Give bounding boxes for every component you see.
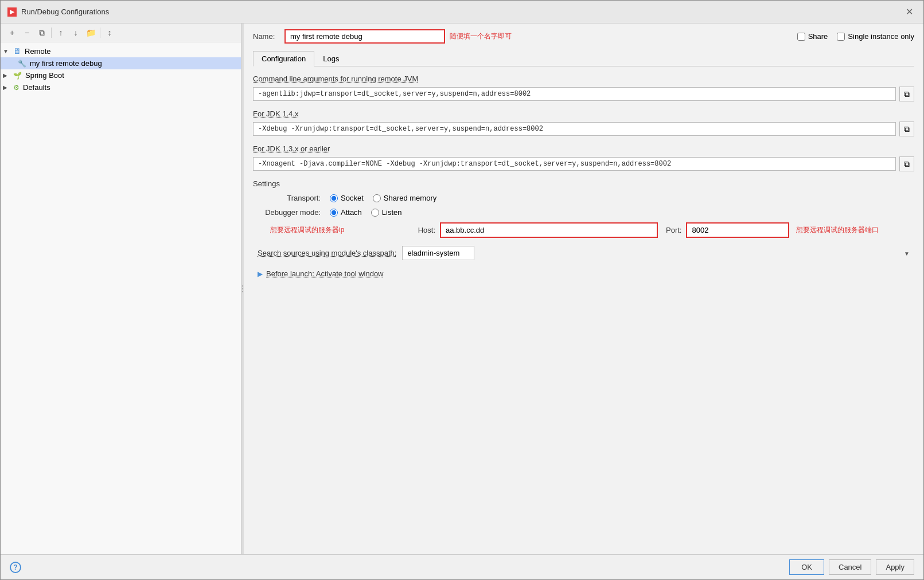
ok-button[interactable]: OK [789,559,824,575]
before-launch-arrow-icon[interactable]: ▶ [258,270,263,278]
port-annotation: 想要远程调试的服务器端口 [796,225,879,235]
single-instance-checkbox[interactable] [837,33,845,41]
copy-config-button[interactable]: ⧉ [35,26,49,40]
separator-1 [51,28,52,38]
share-area: Share Single instance only [797,32,914,41]
cancel-button[interactable]: Cancel [829,559,871,575]
run-debug-dialog: ▶ Run/Debug Configurations ✕ + − ⧉ ↑ ↓ 📁… [0,0,924,580]
remote-debug-label: my first remote debug [30,59,102,68]
add-button[interactable]: + [5,26,19,40]
host-input[interactable] [440,222,658,238]
before-launch-row: ▶ Before launch: Activate tool window [253,269,914,278]
jdk14-copy-button[interactable]: ⧉ [899,122,914,136]
host-port-row: 想要远程调试的服务器ip Host: Port: 想要远程调试的服务器端口 [368,222,914,238]
debugger-listen-radio[interactable] [371,209,379,217]
jdk13-row: ⧉ [253,156,914,171]
transport-shared-radio[interactable] [373,194,381,202]
remote-label: Remote [25,47,51,56]
name-input-wrapper: 随便填一个名字即可 [284,29,512,44]
port-input[interactable] [686,222,789,238]
jdk13-label: For JDK 1.3.x or earlier [253,144,914,153]
separator-2 [100,28,100,38]
jdk14-input[interactable] [253,122,896,136]
debugger-mode-label: Debugger mode: [258,208,321,217]
debugger-listen-label: Listen [382,208,402,217]
help-button[interactable]: ? [10,562,21,573]
single-instance-checkbox-item: Single instance only [837,32,914,41]
defaults-label: Defaults [23,83,50,92]
expand-arrow-defaults: ▶ [3,84,10,91]
classpath-select[interactable]: eladmin-system [402,246,474,260]
sort-button[interactable]: ↕ [103,26,116,40]
before-launch-text: Before launch: Activate tool window [266,269,384,278]
expand-arrow-spring: ▶ [3,72,10,79]
share-checkbox[interactable] [797,33,805,41]
classpath-label: Search sources using module's classpath: [258,249,396,257]
transport-socket-label: Socket [341,194,364,202]
settings-section: Settings Transport: Socket Shared memory [253,179,914,238]
tree-item-remote-debug[interactable]: 🔧 my first remote debug [1,57,241,69]
bottom-buttons: OK Cancel Apply [789,559,914,575]
configuration-content: Command line arguments for running remot… [253,75,914,278]
tabs: Configuration Logs [253,50,914,66]
host-label: Host: [372,226,435,234]
debugger-attach-radio[interactable] [330,209,338,217]
settings-title: Settings [253,179,914,188]
transport-socket-radio[interactable] [330,194,338,202]
debugger-listen-item[interactable]: Listen [371,208,402,217]
name-row: Name: 随便填一个名字即可 Share Single instance on… [253,29,914,44]
debugger-attach-label: Attach [341,208,362,217]
spring-boot-label: Spring Boot [25,71,64,80]
move-up-button[interactable]: ↑ [54,26,68,40]
transport-radio-group: Socket Shared memory [330,194,436,202]
transport-shared-item[interactable]: Shared memory [373,194,436,202]
transport-socket-item[interactable]: Socket [330,194,364,202]
folder-button[interactable]: 📁 [84,26,98,40]
jdk14-row: ⧉ [253,122,914,136]
name-input[interactable] [284,29,445,44]
tab-logs[interactable]: Logs [314,51,348,66]
transport-shared-label: Shared memory [384,194,436,202]
toolbar: + − ⧉ ↑ ↓ 📁 ↕ [1,23,241,42]
name-label: Name: [253,32,279,41]
close-button[interactable]: ✕ [902,5,917,18]
share-label: Share [808,32,828,41]
jdk14-label: For JDK 1.4.x [253,109,914,118]
cmdline-label: Command line arguments for running remot… [253,75,914,83]
jdk13-section: For JDK 1.3.x or earlier ⧉ [253,144,914,171]
apply-button[interactable]: Apply [876,559,914,575]
cmdline-input[interactable] [253,87,896,101]
tree-item-spring-boot[interactable]: ▶ 🌱 Spring Boot [1,69,241,81]
share-checkbox-item: Share [797,32,828,41]
tree-item-defaults[interactable]: ▶ ⚙ Defaults [1,81,241,93]
debugger-mode-radio-group: Attach Listen [330,208,402,217]
cmdline-row: ⧉ [253,87,914,101]
jdk14-section: For JDK 1.4.x ⧉ [253,109,914,136]
remote-folder-icon: 🖥 [13,46,21,56]
classpath-row: Search sources using module's classpath:… [253,246,914,260]
main-content: + − ⧉ ↑ ↓ 📁 ↕ ▼ 🖥 Remote 🔧 [1,23,923,554]
defaults-icon: ⚙ [13,84,20,92]
remote-debug-icon: 🔧 [18,60,26,68]
host-annotation: 想要远程调试的服务器ip [270,225,344,235]
right-panel: Name: 随便填一个名字即可 Share Single instance on… [244,23,923,554]
single-instance-label: Single instance only [848,32,914,41]
cmdline-copy-button[interactable]: ⧉ [899,87,914,101]
transport-label: Transport: [258,194,321,202]
move-down-button[interactable]: ↓ [69,26,83,40]
classpath-select-wrapper: eladmin-system [402,246,914,260]
tab-configuration[interactable]: Configuration [253,51,314,66]
remove-button[interactable]: − [20,26,34,40]
jdk13-input[interactable] [253,157,896,171]
debugger-attach-item[interactable]: Attach [330,208,362,217]
expand-arrow-remote: ▼ [3,48,10,54]
debugger-mode-row: Debugger mode: Attach Listen [253,208,914,217]
spring-boot-icon: 🌱 [13,72,22,80]
config-tree: ▼ 🖥 Remote 🔧 my first remote debug ▶ 🌱 S… [1,42,241,554]
app-icon: ▶ [7,7,17,17]
tree-item-remote[interactable]: ▼ 🖥 Remote [1,45,241,57]
title-bar: ▶ Run/Debug Configurations ✕ [1,1,923,23]
cmdline-section: Command line arguments for running remot… [253,75,914,101]
jdk13-copy-button[interactable]: ⧉ [899,156,914,171]
transport-row: Transport: Socket Shared memory [253,194,914,202]
